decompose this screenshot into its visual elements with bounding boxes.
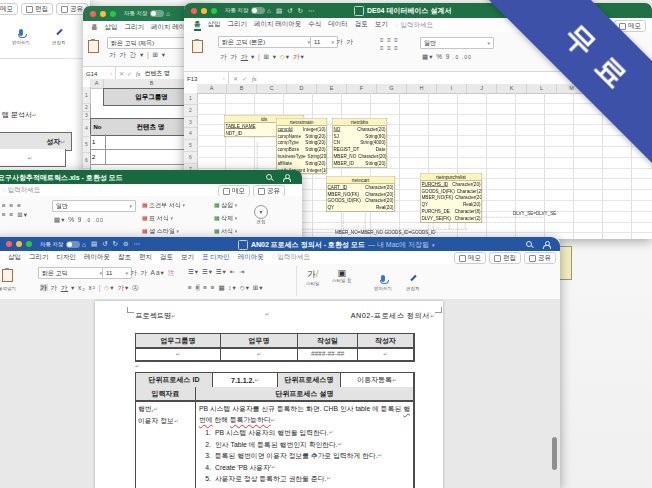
entity-rtetnpurchslist[interactable]: rtetnpurchslistPURCHS_IDCharacter(20)GOO… xyxy=(420,173,482,222)
editor-button[interactable]: 편집자 xyxy=(406,268,420,291)
ribbon-tab[interactable]: 삽입 xyxy=(208,20,221,31)
cancel-icon[interactable]: ✕ xyxy=(233,75,238,82)
column-header[interactable]: I xyxy=(437,84,467,93)
number-format-select[interactable]: 일반▾ xyxy=(52,200,136,212)
font-size-select[interactable]: 11▾ xyxy=(102,267,132,279)
ribbon-tab[interactable]: 수식 xyxy=(308,20,321,31)
vertical-scrollbar-thumb[interactable] xyxy=(552,437,557,470)
search-icon[interactable] xyxy=(526,241,532,247)
document-page[interactable]: 프로젝트명↵ ↵ AN02-프로세스 정의서↵ 업무그룹명업무명작성일작성자 ↵… xyxy=(95,301,443,488)
row-header[interactable]: 2 xyxy=(83,104,90,112)
home-icon[interactable]: ⌂ xyxy=(82,241,86,248)
row-header[interactable]: 6 xyxy=(184,152,197,164)
close-button[interactable] xyxy=(90,11,96,17)
undo-icon[interactable]: ↺ xyxy=(287,7,292,15)
undo-icon[interactable]: ↺ xyxy=(102,240,107,248)
close-button[interactable] xyxy=(6,241,12,247)
column-header[interactable]: B xyxy=(227,84,257,93)
column-header[interactable]: E xyxy=(317,84,347,93)
traffic-lights[interactable] xyxy=(90,11,116,17)
minimize-button[interactable] xyxy=(16,241,22,247)
paragraph-align-icons[interactable]: ≡ ≡ ≡ ≡ ▦ ↕▾ ◇▾ ⊞▾ xyxy=(188,284,263,292)
menu-item[interactable]: 조건부 서식 xyxy=(142,199,185,212)
font-size-select[interactable]: 11▾ xyxy=(310,36,338,48)
row-header[interactable]: 3 xyxy=(83,112,90,120)
font-name-select[interactable]: 맑은 고딕 (제목)▾ xyxy=(107,37,193,49)
ribbon-tab[interactable]: 디자인 xyxy=(57,253,77,262)
share-icon[interactable] xyxy=(283,174,290,180)
align-icons[interactable]: ≡ ≡ ≡≡ ≡ ⊞▾ xyxy=(2,201,28,219)
ribbon-tab-contextual[interactable]: 레이아웃 xyxy=(238,253,264,262)
autosave-toggle[interactable]: 자동 저장 xyxy=(40,241,80,248)
row-header[interactable]: 3 xyxy=(184,117,197,129)
number-icons[interactable]: ▦▾ % 9 .0 .00 xyxy=(54,216,104,224)
ribbon-tab[interactable]: 삽입 xyxy=(8,253,21,262)
entity-rtetncart[interactable]: rtetncartCART_IDCharacter(20)MBER_NO(FK)… xyxy=(326,176,395,212)
home-icon[interactable]: ⌂ xyxy=(267,7,271,14)
ribbon-tab[interactable]: 데이터 xyxy=(328,20,348,31)
ribbon-tab-contextual[interactable]: 표 디자인 xyxy=(202,253,230,262)
ribbon-button[interactable]: 메모 xyxy=(0,3,18,15)
traffic-lights[interactable] xyxy=(191,8,217,14)
paste-icon[interactable] xyxy=(88,40,99,53)
column-header[interactable]: H xyxy=(407,84,437,93)
close-button[interactable] xyxy=(191,8,197,14)
font-name-select[interactable]: 맑은 고딕▾ xyxy=(38,267,106,279)
ribbon-tab[interactable]: 보기 xyxy=(181,253,194,262)
minimize-button[interactable] xyxy=(201,8,207,14)
ribbon-tab[interactable]: 참조 xyxy=(118,253,131,262)
ribbon-button[interactable]: 메모 xyxy=(454,252,486,264)
confirm-icon[interactable]: ✓ xyxy=(242,75,247,82)
ribbon-tab[interactable]: 그리기 xyxy=(228,20,248,31)
paste-button[interactable]: 붙여넣기 xyxy=(0,268,16,291)
font-style-icons[interactable]: 가 가 간 ▾ | ⊞ ▾ xyxy=(109,51,166,60)
share-icon[interactable] xyxy=(543,241,550,247)
font-name-select[interactable]: 맑은 고딕 (본문)▾ xyxy=(218,36,314,48)
ribbon-button[interactable]: 편집 xyxy=(21,3,53,15)
font-style-icons[interactable]: 가 가 가 ▾ x₂ x² | ◇▾ 가▾ Ⓐ xyxy=(40,284,139,293)
dictate-button[interactable]: 받아쓰기 xyxy=(374,268,392,291)
ribbon-tab[interactable]: 그리기 xyxy=(125,23,145,32)
column-header[interactable]: D xyxy=(287,84,317,93)
home-icon[interactable]: ⌂ xyxy=(166,10,170,17)
ribbon-tab[interactable]: 편지 xyxy=(139,253,152,262)
row-header[interactable]: 4 xyxy=(184,128,197,140)
search-icon[interactable] xyxy=(266,174,272,180)
zoom-button[interactable] xyxy=(26,241,32,247)
redo-icon[interactable]: ↻ xyxy=(298,7,303,15)
minimize-button[interactable] xyxy=(100,11,106,17)
traffic-lights[interactable] xyxy=(6,241,32,247)
row-header[interactable]: 5 xyxy=(83,137,90,153)
more-icon[interactable]: ⋯ xyxy=(133,240,140,248)
zoom-button[interactable] xyxy=(211,8,217,14)
ribbon-tab[interactable]: 홈 xyxy=(91,23,98,32)
dictate-button[interactable]: 받아쓰기 xyxy=(12,22,30,45)
ribbon-tab[interactable]: 레이아웃 xyxy=(84,253,110,262)
column-header[interactable]: K xyxy=(497,84,527,93)
menu-item[interactable]: 삭제 xyxy=(214,212,237,225)
number-format-select[interactable]: 일반▾ xyxy=(420,37,494,49)
confirm-icon[interactable]: ✓ xyxy=(127,70,132,77)
zoom-button[interactable] xyxy=(110,11,116,17)
grow-shrink-font-icons[interactable]: 가 가 xyxy=(336,38,354,47)
list-icons[interactable]: ☰▾ ☰▾ ☰▾ ⇤ ⇥ xyxy=(188,268,245,276)
align-icons[interactable]: ≡ ≡ ≡≡ ≡ ≡ xyxy=(380,36,399,52)
redo-icon[interactable]: ↻ xyxy=(113,240,118,248)
tell-me-tab[interactable]: ◌ 입력하세요 xyxy=(2,186,40,195)
column-header[interactable]: J xyxy=(467,84,497,93)
cancel-icon[interactable]: ✕ xyxy=(119,70,124,77)
tell-me-tab[interactable]: ◌ 입력하세요 xyxy=(272,253,310,262)
column-header[interactable]: A xyxy=(197,84,227,93)
editor-button[interactable]: 편집자 xyxy=(52,22,66,45)
autosave-toggle[interactable]: 자동 저장 xyxy=(124,10,164,17)
row-header[interactable]: 1 xyxy=(184,93,197,105)
column-header[interactable]: A xyxy=(90,79,104,88)
more-icon[interactable]: ⋯ xyxy=(308,7,315,15)
autosave-toggle[interactable]: 자동 저장 xyxy=(225,7,265,14)
font-style-icons[interactable]: 가 가 가 ▾ | ⊞ ▾ ◇▾ 가▾ xyxy=(220,53,305,62)
row-header[interactable]: 4 xyxy=(83,120,90,137)
save-icon[interactable]: ▤ xyxy=(91,240,97,248)
column-header[interactable]: G xyxy=(377,84,407,93)
ribbon-tab[interactable]: 검토 xyxy=(355,20,368,31)
paste-icon[interactable] xyxy=(192,40,203,53)
